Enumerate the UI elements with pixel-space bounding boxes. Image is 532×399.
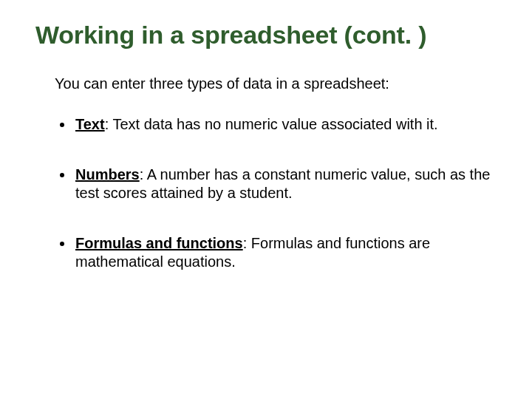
term-label: Numbers bbox=[75, 166, 140, 183]
term-label: Formulas and functions bbox=[75, 235, 243, 251]
list-item: Numbers: A number has a constant numeric… bbox=[74, 166, 497, 203]
term-description: : Text data has no numeric value associa… bbox=[105, 116, 438, 132]
term-label: Text bbox=[75, 116, 105, 132]
list-item: Text: Text data has no numeric value ass… bbox=[74, 115, 497, 134]
intro-paragraph: You can enter three types of data in a s… bbox=[55, 75, 497, 93]
slide: Working in a spreadsheet (cont. ) You ca… bbox=[0, 0, 532, 399]
list-item: Formulas and functions: Formulas and fun… bbox=[74, 234, 497, 272]
slide-title: Working in a spreadsheet (cont. ) bbox=[35, 21, 497, 50]
bullet-list: Text: Text data has no numeric value ass… bbox=[35, 115, 497, 272]
